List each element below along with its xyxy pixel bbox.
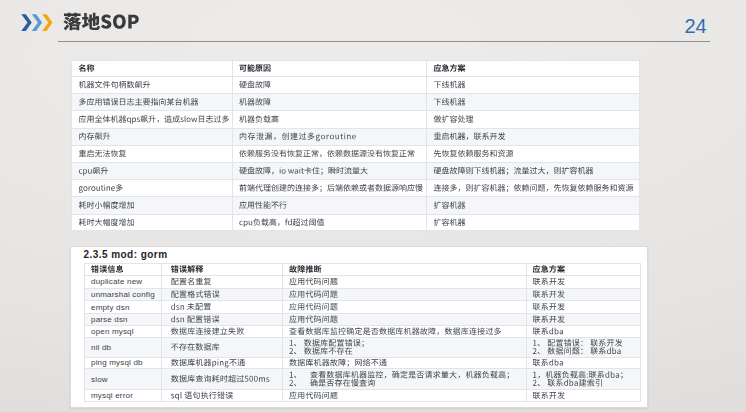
- svg-text:24: 24: [685, 15, 707, 37]
- svg-text:parse dsn: parse dsn: [91, 315, 128, 324]
- svg-text:unmarshal config: unmarshal config: [91, 290, 155, 299]
- svg-text:2.3.5 mod: gorm: 2.3.5 mod: gorm: [84, 249, 168, 260]
- svg-text:empty dsn: empty dsn: [91, 303, 130, 312]
- svg-text:ping mysql db: ping mysql db: [91, 358, 143, 367]
- svg-text:mysql error: mysql error: [91, 391, 133, 400]
- svg-text:slow: slow: [91, 375, 108, 384]
- svg-text:open mysql: open mysql: [91, 327, 134, 336]
- svg-text:nil db: nil db: [91, 343, 112, 352]
- svg-text:duplicate new: duplicate new: [91, 277, 142, 286]
